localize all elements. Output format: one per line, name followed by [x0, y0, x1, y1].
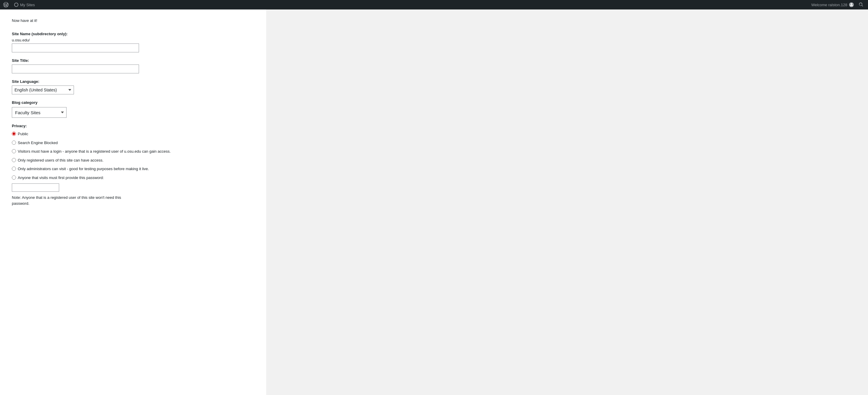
privacy-public-radio[interactable] — [12, 132, 16, 136]
privacy-label: Privacy: — [12, 124, 254, 128]
user-avatar-icon — [849, 2, 854, 7]
my-sites-label: My Sites — [20, 3, 35, 7]
welcome-text: Welcome ralston.128 — [811, 2, 854, 7]
privacy-registered-radio[interactable] — [12, 158, 16, 162]
my-sites-menu[interactable]: My Sites — [12, 0, 37, 9]
site-name-section: Site Name (subdirectory only): u.osu.edu… — [12, 32, 254, 52]
privacy-login-radio[interactable] — [12, 149, 16, 153]
privacy-admin-radio[interactable] — [12, 166, 16, 171]
wordpress-logo[interactable] — [3, 2, 9, 8]
blog-category-select[interactable]: Faculty Sites Student Sites Staff Sites … — [12, 107, 66, 118]
privacy-option-registered-only: Only registered users of this site can h… — [12, 157, 254, 163]
main-content: Now have at it! Site Name (subdirectory … — [0, 9, 266, 395]
blog-category-label: Blog category — [12, 100, 254, 105]
privacy-admin-label[interactable]: Only administrators can visit - good for… — [18, 166, 149, 172]
privacy-registered-label[interactable]: Only registered users of this site can h… — [18, 157, 103, 163]
privacy-section: Privacy: Public Search Engine Blocked Vi… — [12, 124, 254, 206]
privacy-password-label[interactable]: Anyone that visits must first provide th… — [18, 175, 104, 181]
privacy-option-admins-only: Only administrators can visit - good for… — [12, 166, 254, 172]
privacy-login-label[interactable]: Visitors must have a login - anyone that… — [18, 149, 170, 154]
site-language-section: Site Language: English (United States) — [12, 79, 254, 94]
site-name-input[interactable] — [12, 43, 139, 52]
privacy-option-public: Public — [12, 131, 254, 137]
privacy-search-label[interactable]: Search Engine Blocked — [18, 140, 58, 146]
blog-category-section: Blog category Faculty Sites Student Site… — [12, 100, 254, 118]
privacy-option-search-blocked: Search Engine Blocked — [12, 140, 254, 146]
site-language-select[interactable]: English (United States) — [12, 86, 74, 94]
privacy-public-label[interactable]: Public — [18, 131, 28, 137]
site-title-label: Site Title: — [12, 58, 254, 63]
admin-bar: My Sites Welcome ralston.128 — [0, 0, 868, 9]
site-title-input[interactable] — [12, 64, 139, 73]
site-language-label: Site Language: — [12, 79, 254, 84]
url-prefix: u.osu.edu/ — [12, 38, 254, 42]
site-name-label: Site Name (subdirectory only): — [12, 32, 254, 36]
site-title-section: Site Title: — [12, 58, 254, 73]
privacy-password-input[interactable] — [12, 183, 59, 192]
privacy-search-radio[interactable] — [12, 141, 16, 145]
intro-text: Now have at it! — [12, 18, 254, 23]
privacy-option-visitors-login: Visitors must have a login - anyone that… — [12, 149, 254, 154]
privacy-password-radio[interactable] — [12, 176, 16, 180]
privacy-option-password: Anyone that visits must first provide th… — [12, 175, 254, 181]
search-button[interactable] — [857, 0, 865, 9]
privacy-note: Note: Anyone that is a registered user o… — [12, 195, 139, 206]
